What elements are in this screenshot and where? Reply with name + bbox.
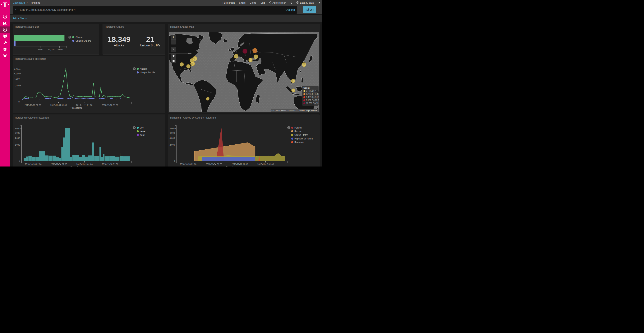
chart-legend: AttacksUnique Src IPs [133,67,155,74]
draw-polygon-icon[interactable] [171,54,176,58]
query-prompt-icon: >_ [15,9,18,11]
svg-text:2018-11-11 01:00: 2018-11-11 01:00 [232,163,248,165]
attack-location-circle[interactable] [252,48,257,53]
panel-title: Heralding Attacks Bar [15,25,39,28]
clone-button[interactable]: Clone [250,1,256,4]
svg-text:2018-11-04 01:00: 2018-11-04 01:00 [50,163,67,165]
options-link[interactable]: Options [286,8,295,11]
legend-item[interactable]: Romania [291,140,312,144]
legend-toggle-icon[interactable] [133,67,136,70]
sidebar-item-honeypot[interactable] [0,33,10,40]
attack-location-circle[interactable] [291,79,295,83]
sidebar-item-management[interactable] [0,53,10,59]
time-forward-button[interactable] [318,2,320,4]
legend-item[interactable]: Russia [291,130,312,133]
refresh-button[interactable]: Refresh [303,6,316,13]
bear-icon [3,34,8,39]
svg-text:10,000: 10,000 [48,48,54,51]
sidebar-item-discover[interactable] [0,14,10,20]
legend-item[interactable]: Unique Src IPs [137,71,155,74]
attack-location-circle[interactable] [180,63,184,66]
attack-location-circle[interactable] [192,56,197,61]
attack-location-circle[interactable] [190,62,195,66]
attack-location-circle[interactable] [206,97,209,100]
crop-icon[interactable] [171,47,176,52]
svg-text:Timestamp: Timestamp [70,166,82,167]
legend-label: Republic of Korea [294,137,312,140]
logo-t: T [3,1,8,9]
map-zoom-controls: + − [171,35,176,45]
panel-attacks-metric: Heralding Attacks 18,349 Attacks 21 Uniq… [102,24,166,55]
attack-location-circle[interactable] [243,49,247,54]
legend-item[interactable]: pop3 [137,133,146,137]
map-legend-label: 10,908.6 – 13,635 [306,102,319,104]
panel-attack-map: Heralding Attack Map [168,24,320,113]
map-legend-label: 8,182.2 – 10,908.6 [306,99,319,101]
legend-item[interactable]: telnet [137,130,146,133]
legend-dot [291,141,293,143]
metric-label: Unique Src IPs [140,44,160,47]
attack-location-circle[interactable] [254,55,258,59]
legend-item[interactable]: United States [291,133,312,137]
legend-item[interactable]: Attacks [72,35,91,39]
attack-location-circle[interactable] [234,54,238,58]
panel-title: Heralding Protocols Histogram [15,116,49,119]
legend-item[interactable]: Poland [291,126,312,130]
sidebar-item-dashboard[interactable] [0,27,10,33]
logo-square-left [1,4,2,5]
chart-legend: PolandRussiaUnited StatesRepublic of Kor… [287,126,312,144]
osm-credit[interactable]: © OpenStreetMap [272,110,287,112]
legend-label: Attacks [76,36,83,39]
panel-title: Heralding Attacks [105,25,124,28]
svg-text:0: 0 [174,160,175,162]
attacks-line-chart[interactable]: 02,0004,0006,0008,0002018-10-28 02:00201… [13,56,165,113]
attack-location-circle[interactable] [248,58,252,62]
search-input[interactable] [20,8,284,11]
breadcrumb: Dashboard / Heralding [13,1,40,4]
legend-label: Russia [294,130,302,133]
auto-refresh-button[interactable]: Auto-refresh [269,1,286,4]
map-count-legend: Count 3 – 2,729.42,729.4 – 5,455.85,455.… [302,86,318,106]
legend-toggle-icon[interactable] [68,36,71,39]
zoom-in-button[interactable]: + [171,35,176,40]
svg-text:2018-11-04 01:00: 2018-11-04 01:00 [50,104,67,106]
legend-item[interactable]: Republic of Korea [291,137,312,140]
time-picker-button[interactable]: Last 30 days [296,1,314,5]
attack-location-circle[interactable] [186,65,190,68]
panel-attacks-bar: Heralding Attacks Bar 5,00010,00015,000 … [13,24,99,55]
telekom-logo[interactable]: T [0,0,10,10]
metric-label: Attacks [108,44,130,47]
add-filter-link[interactable]: Add a filter+ [13,17,27,20]
svg-text:6,000: 6,000 [170,132,175,134]
breadcrumb-dashboard-link[interactable]: Dashboard [13,1,25,4]
elastic-maps-credit[interactable]: Elastic Maps Service [298,109,318,112]
navbar-actions: Full screen Share Clone Edit Auto-refres… [222,1,320,5]
attack-location-circle[interactable] [302,63,306,67]
legend-item[interactable]: Unique Src IPs [72,39,91,43]
protocols-bar-chart[interactable]: 02,0004,0006,0008,0002018-10-28 02:00201… [13,115,165,167]
legend-toggle-icon[interactable] [287,126,290,129]
attack-location-circle[interactable] [292,89,295,92]
map-legend-dot [304,96,305,98]
legend-dot [291,127,293,129]
sidebar-item-visualize[interactable] [0,20,10,27]
world-map[interactable]: + − Count 3 – 2,729.42,729.4 – 5,455.85,… [169,32,319,112]
header: Dashboard / Heralding Full screen Share … [10,0,322,15]
draw-rectangle-icon[interactable] [171,58,176,63]
sidebar-item-monitoring[interactable] [0,46,10,53]
legend-item[interactable]: vnc [137,126,146,130]
edit-button[interactable]: Edit [260,1,265,4]
full-screen-button[interactable]: Full screen [222,1,235,4]
clock-icon [296,1,299,5]
share-button[interactable]: Share [239,1,246,4]
panel-title: Heralding - Attacks by Country Histogram [170,116,216,119]
wrench-icon [3,41,7,45]
sidebar-item-dev-tools[interactable] [0,40,10,46]
zoom-out-button[interactable]: − [171,40,176,45]
top-navbar: Dashboard / Heralding Full screen Share … [10,0,322,5]
time-back-button[interactable] [290,2,292,4]
legend-item[interactable]: Attacks [137,67,155,71]
svg-text:2018-11-11 01:00: 2018-11-11 01:00 [76,163,92,165]
metric-attacks: 18,349 Attacks [108,36,130,47]
legend-toggle-icon[interactable] [133,126,136,129]
